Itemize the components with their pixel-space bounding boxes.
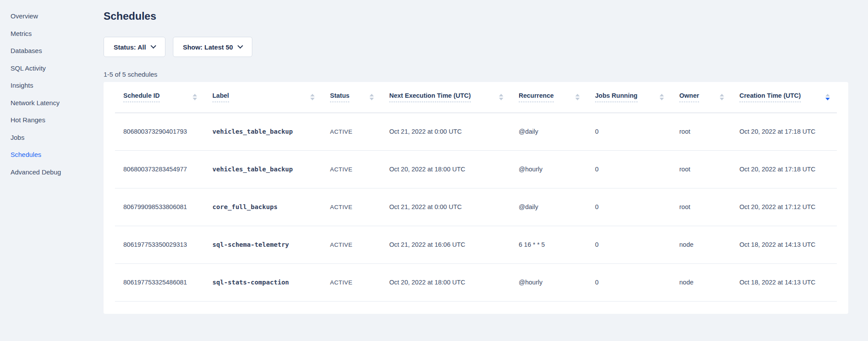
cell-label: sql-stats-compaction	[204, 263, 322, 301]
sidebar-item-jobs[interactable]: Jobs	[0, 129, 104, 146]
cell-owner: node	[671, 226, 731, 263]
column-header-recurrence[interactable]: Recurrence	[510, 82, 587, 113]
sidebar-item-sql-activity[interactable]: SQL Activity	[0, 60, 104, 77]
cell-creation-time: Oct 20, 2022 at 17:12 UTC	[731, 188, 837, 226]
cell-label: vehicles_table_backup	[204, 113, 322, 150]
cell-schedule-id: 806197753350029313	[115, 226, 204, 263]
chevron-down-icon	[151, 43, 156, 49]
sidebar-item-databases[interactable]: Databases	[0, 42, 104, 60]
table-header-row: Schedule ID Label Status	[115, 82, 837, 113]
cell-recurrence: @daily	[510, 188, 587, 226]
table-row: 806197753350029313 sql-schema-telemetry …	[115, 226, 837, 263]
cell-jobs-running: 0	[587, 150, 671, 188]
table-row: 806799098533806081 core_full_backups ACT…	[115, 188, 837, 226]
cell-next-execution: Oct 20, 2022 at 18:00 UTC	[381, 150, 510, 188]
column-header-jobs-running[interactable]: Jobs Running	[587, 82, 671, 113]
schedules-table: Schedule ID Label Status	[115, 82, 837, 302]
sort-icon[interactable]	[575, 94, 580, 100]
cell-creation-time: Oct 18, 2022 at 14:13 UTC	[731, 263, 837, 301]
sort-icon[interactable]	[310, 94, 315, 100]
table-row: 806800373290401793 vehicles_table_backup…	[115, 113, 837, 150]
cell-owner: root	[671, 113, 731, 150]
sort-icon[interactable]	[660, 94, 664, 100]
sort-icon[interactable]	[193, 94, 197, 100]
sidebar-item-schedules[interactable]: Schedules	[0, 146, 104, 163]
cell-owner: root	[671, 150, 731, 188]
table-row: 806197753325486081 sql-stats-compaction …	[115, 263, 837, 301]
table-row: 806800373283454977 vehicles_table_backup…	[115, 150, 837, 188]
cell-recurrence: @hourly	[510, 263, 587, 301]
cell-creation-time: Oct 20, 2022 at 17:18 UTC	[731, 113, 837, 150]
sort-icon[interactable]	[499, 94, 503, 100]
cell-recurrence: @daily	[510, 113, 587, 150]
cell-label: core_full_backups	[204, 188, 322, 226]
sort-desc-icon[interactable]	[825, 94, 830, 100]
cell-status: ACTIVE	[322, 263, 381, 301]
sidebar-item-advanced-debug[interactable]: Advanced Debug	[0, 163, 104, 181]
cell-jobs-running: 0	[587, 188, 671, 226]
cell-label: vehicles_table_backup	[204, 150, 322, 188]
show-filter-dropdown[interactable]: Show: Latest 50	[173, 37, 252, 57]
show-filter-label: Show: Latest 50	[183, 43, 233, 51]
sidebar-item-network-latency[interactable]: Network Latency	[0, 94, 104, 112]
cell-next-execution: Oct 20, 2022 at 18:00 UTC	[381, 263, 510, 301]
cell-owner: node	[671, 263, 731, 301]
sidebar: Overview Metrics Databases SQL Activity …	[0, 7, 104, 181]
cell-status: ACTIVE	[322, 188, 381, 226]
column-header-creation-time[interactable]: Creation Time (UTC)	[731, 82, 837, 113]
column-header-owner[interactable]: Owner	[671, 82, 731, 113]
column-header-status[interactable]: Status	[322, 82, 381, 113]
page-title: Schedules	[104, 11, 156, 22]
cell-creation-time: Oct 18, 2022 at 14:13 UTC	[731, 226, 837, 263]
column-header-next-execution-time[interactable]: Next Execution Time (UTC)	[381, 82, 510, 113]
cell-owner: root	[671, 188, 731, 226]
sidebar-item-metrics[interactable]: Metrics	[0, 25, 104, 43]
cell-creation-time: Oct 20, 2022 at 17:18 UTC	[731, 150, 837, 188]
results-count: 1-5 of 5 schedules	[104, 71, 158, 78]
cell-jobs-running: 0	[587, 113, 671, 150]
cell-status: ACTIVE	[322, 226, 381, 263]
cell-next-execution: Oct 21, 2022 at 16:06 UTC	[381, 226, 510, 263]
sidebar-item-overview[interactable]: Overview	[0, 7, 104, 25]
cell-jobs-running: 0	[587, 263, 671, 301]
cell-schedule-id: 806800373290401793	[115, 113, 204, 150]
cell-next-execution: Oct 21, 2022 at 0:00 UTC	[381, 188, 510, 226]
sort-icon[interactable]	[720, 94, 724, 100]
sidebar-item-insights[interactable]: Insights	[0, 77, 104, 94]
sidebar-item-hot-ranges[interactable]: Hot Ranges	[0, 111, 104, 129]
cell-label: sql-schema-telemetry	[204, 226, 322, 263]
filter-bar: Status: All Show: Latest 50	[104, 37, 252, 57]
cell-recurrence: 6 16 * * 5	[510, 226, 587, 263]
column-header-schedule-id[interactable]: Schedule ID	[115, 82, 204, 113]
status-filter-dropdown[interactable]: Status: All	[104, 37, 165, 57]
sort-icon[interactable]	[369, 94, 374, 100]
schedules-table-card: Schedule ID Label Status	[104, 82, 848, 314]
cell-schedule-id: 806799098533806081	[115, 188, 204, 226]
cell-schedule-id: 806197753325486081	[115, 263, 204, 301]
chevron-down-icon	[237, 43, 243, 49]
cell-schedule-id: 806800373283454977	[115, 150, 204, 188]
cell-status: ACTIVE	[322, 150, 381, 188]
column-header-label[interactable]: Label	[204, 82, 322, 113]
cell-status: ACTIVE	[322, 113, 381, 150]
cell-recurrence: @hourly	[510, 150, 587, 188]
status-filter-label: Status: All	[114, 43, 146, 51]
cell-next-execution: Oct 21, 2022 at 0:00 UTC	[381, 113, 510, 150]
cell-jobs-running: 0	[587, 226, 671, 263]
